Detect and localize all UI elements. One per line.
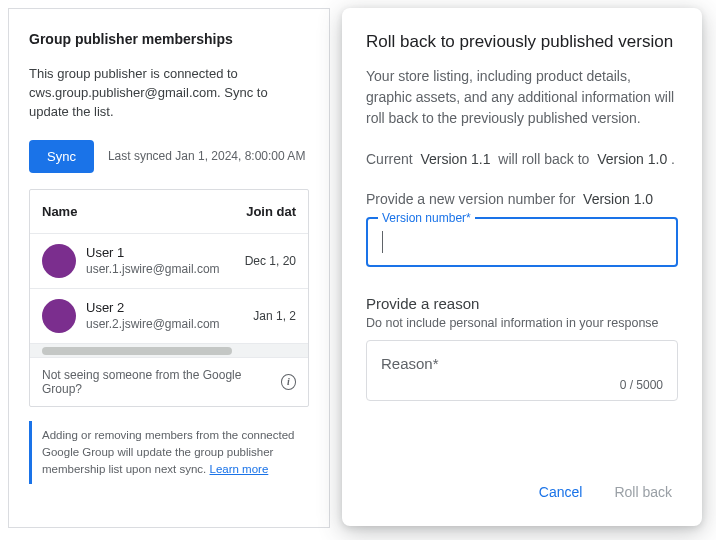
current-prefix: Current: [366, 151, 413, 167]
join-date: Dec 1, 20: [245, 254, 296, 268]
version-number-label: Version number*: [378, 211, 475, 225]
cancel-button[interactable]: Cancel: [533, 476, 589, 508]
provide-version: Version 1.0: [583, 191, 653, 207]
table-row[interactable]: User 2 user.2.jswire@gmail.com Jan 1, 2: [30, 289, 308, 344]
col-join-header: Join dat: [246, 204, 296, 219]
rollback-dialog: Roll back to previously published versio…: [342, 8, 702, 526]
period: .: [671, 151, 675, 167]
user-email: user.1.jswire@gmail.com: [86, 261, 235, 277]
current-version: Version 1.1: [420, 151, 490, 167]
rollback-button[interactable]: Roll back: [608, 476, 678, 508]
sync-notice: Adding or removing members from the conn…: [29, 421, 309, 485]
panel-description: This group publisher is connected to cws…: [29, 65, 309, 122]
not-seeing-text: Not seeing someone from the Google Group…: [42, 368, 275, 396]
reason-subtitle: Do not include personal information in y…: [366, 316, 678, 330]
user-cell: User 1 user.1.jswire@gmail.com: [86, 244, 235, 278]
reason-field[interactable]: Reason* 0 / 5000: [366, 340, 678, 401]
not-seeing-row: Not seeing someone from the Google Group…: [30, 358, 308, 406]
group-publisher-panel: Group publisher memberships This group p…: [8, 8, 330, 528]
dialog-description: Your store listing, including product de…: [366, 66, 678, 129]
text-caret: [382, 231, 383, 253]
table-header: Name Join dat: [30, 190, 308, 234]
provide-label: Provide a new version number for Version…: [366, 191, 678, 207]
user-name: User 1: [86, 244, 235, 262]
reason-title: Provide a reason: [366, 295, 678, 312]
dialog-actions: Cancel Roll back: [366, 460, 678, 508]
members-table: Name Join dat User 1 user.1.jswire@gmail…: [29, 189, 309, 407]
user-cell: User 2 user.2.jswire@gmail.com: [86, 299, 243, 333]
reason-char-count: 0 / 5000: [381, 378, 663, 392]
version-number-field[interactable]: Version number*: [366, 217, 678, 267]
panel-title: Group publisher memberships: [29, 31, 309, 47]
dialog-title: Roll back to previously published versio…: [366, 32, 678, 52]
sync-row: Sync Last synced Jan 1, 2024, 8:00:00 AM: [29, 140, 309, 173]
version-number-input[interactable]: [368, 219, 676, 265]
scrollbar-thumb[interactable]: [42, 347, 232, 355]
user-name: User 2: [86, 299, 243, 317]
sync-button[interactable]: Sync: [29, 140, 94, 173]
target-version: Version 1.0: [597, 151, 667, 167]
provide-prefix: Provide a new version number for: [366, 191, 575, 207]
learn-more-link[interactable]: Learn more: [209, 463, 268, 475]
col-name-header: Name: [42, 204, 246, 219]
user-email: user.2.jswire@gmail.com: [86, 316, 243, 332]
avatar: [42, 244, 76, 278]
horizontal-scrollbar[interactable]: [30, 344, 308, 358]
last-synced-text: Last synced Jan 1, 2024, 8:00:00 AM: [108, 149, 305, 163]
reason-placeholder: Reason*: [381, 355, 663, 372]
avatar: [42, 299, 76, 333]
current-mid: will roll back to: [498, 151, 589, 167]
join-date: Jan 1, 2: [253, 309, 296, 323]
table-row[interactable]: User 1 user.1.jswire@gmail.com Dec 1, 20: [30, 234, 308, 289]
info-icon[interactable]: i: [281, 374, 296, 390]
version-summary: Current Version 1.1 will roll back to Ve…: [366, 151, 678, 167]
